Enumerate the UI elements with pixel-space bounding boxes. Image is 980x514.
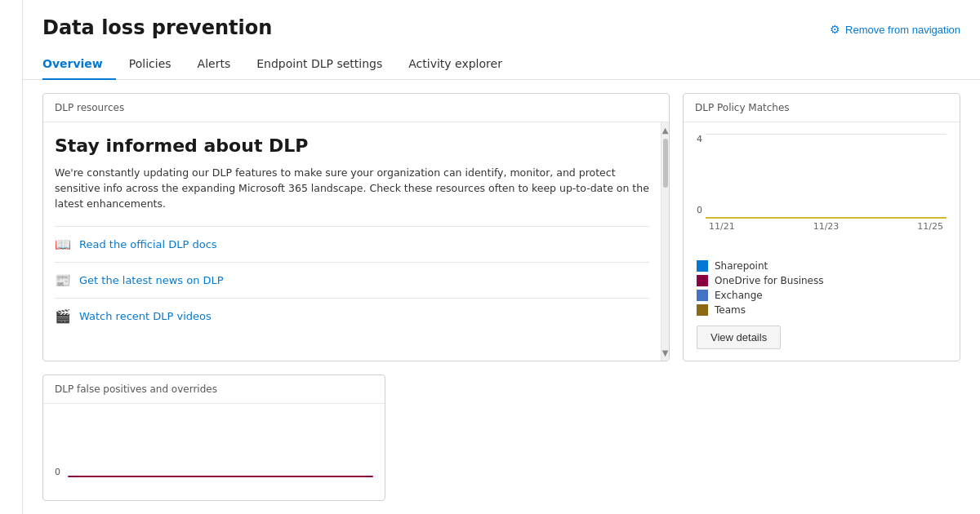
- legend-color-onedrive: [697, 275, 708, 286]
- docs-icon: 📖: [55, 237, 71, 252]
- legend-color-teams: [697, 304, 708, 316]
- scroll-up-arrow[interactable]: ▲: [662, 126, 669, 135]
- videos-icon: 🎬: [55, 308, 71, 324]
- remove-nav-icon: ⚙: [830, 23, 840, 36]
- dlp-policy-matches-card: DLP Policy Matches 4 0: [683, 93, 960, 361]
- scrollbar[interactable]: ▲ ▼: [661, 122, 669, 361]
- legend-label-exchange: Exchange: [715, 290, 763, 301]
- chart-legend: Sharepoint OneDrive for Business Exchang…: [684, 254, 960, 326]
- view-details-button[interactable]: View details: [697, 326, 781, 349]
- dlp-resources-heading: Stay informed about DLP: [55, 135, 649, 156]
- remove-nav-label: Remove from navigation: [845, 24, 960, 36]
- legend-item-sharepoint: Sharepoint: [697, 260, 947, 272]
- x-label-1125: 11/25: [917, 221, 943, 232]
- dlp-false-positives-card-title: DLP false positives and overrides: [43, 375, 385, 404]
- tab-policies[interactable]: Policies: [116, 49, 185, 80]
- scroll-down-arrow[interactable]: ▼: [662, 348, 669, 357]
- tabs-nav: Overview Policies Alerts Endpoint DLP se…: [23, 49, 980, 80]
- x-label-1123: 11/23: [813, 221, 840, 232]
- dlp-resources-card-title: DLP resources: [43, 94, 669, 122]
- x-label-1121: 11/21: [709, 221, 735, 232]
- main-content: Data loss prevention ⚙ Remove from navig…: [23, 0, 980, 514]
- dlp-policy-card-title: DLP Policy Matches: [684, 94, 960, 122]
- resource-link-videos[interactable]: 🎬 Watch recent DLP videos: [55, 298, 649, 334]
- legend-label-sharepoint: Sharepoint: [715, 260, 768, 272]
- chart-y-label-4: 4: [697, 134, 702, 144]
- remove-from-navigation-button[interactable]: ⚙ Remove from navigation: [830, 20, 960, 39]
- bottom-row: DLP false positives and overrides 0: [42, 374, 960, 501]
- resource-link-videos-label: Watch recent DLP videos: [79, 310, 212, 322]
- resource-link-docs-label: Read the official DLP docs: [79, 238, 217, 250]
- scroll-thumb[interactable]: [663, 139, 668, 188]
- dlp-resources-content: Stay informed about DLP We're constantly…: [43, 122, 661, 361]
- dlp-resources-card: DLP resources Stay informed about DLP We…: [42, 93, 670, 361]
- header: Data loss prevention ⚙ Remove from navig…: [23, 0, 980, 39]
- dlp-policy-chart-area: 4 0 11/21 11/23 11/25: [684, 122, 960, 254]
- dlp-false-positives-card: DLP false positives and overrides 0: [42, 374, 385, 501]
- legend-color-exchange: [697, 290, 708, 301]
- legend-item-exchange: Exchange: [697, 290, 947, 301]
- page-title: Data loss prevention: [42, 16, 272, 39]
- news-icon: 📰: [55, 273, 71, 288]
- false-positives-chart: 0: [43, 404, 385, 500]
- fp-chart-baseline: [68, 476, 373, 477]
- sidebar: [0, 0, 23, 514]
- chart-y-label-0: 0: [697, 205, 702, 215]
- content-area: DLP resources Stay informed about DLP We…: [23, 80, 980, 514]
- tab-overview[interactable]: Overview: [42, 49, 116, 80]
- dlp-resources-description: We're constantly updating our DLP featur…: [55, 166, 649, 211]
- legend-item-teams: Teams: [697, 304, 947, 316]
- fp-chart-zero-label: 0: [55, 467, 60, 477]
- legend-item-onedrive: OneDrive for Business: [697, 275, 947, 286]
- resource-link-docs[interactable]: 📖 Read the official DLP docs: [55, 226, 649, 262]
- dlp-resources-body: Stay informed about DLP We're constantly…: [43, 122, 669, 361]
- legend-color-sharepoint: [697, 260, 708, 272]
- top-panels-row: DLP resources Stay informed about DLP We…: [42, 93, 960, 361]
- tab-alerts[interactable]: Alerts: [185, 49, 244, 80]
- legend-label-teams: Teams: [715, 304, 746, 316]
- resource-link-news[interactable]: 📰 Get the latest news on DLP: [55, 262, 649, 298]
- resource-link-news-label: Get the latest news on DLP: [79, 274, 224, 286]
- tab-endpoint-dlp[interactable]: Endpoint DLP settings: [243, 49, 395, 80]
- legend-label-onedrive: OneDrive for Business: [715, 275, 823, 286]
- tab-activity-explorer[interactable]: Activity explorer: [395, 49, 515, 80]
